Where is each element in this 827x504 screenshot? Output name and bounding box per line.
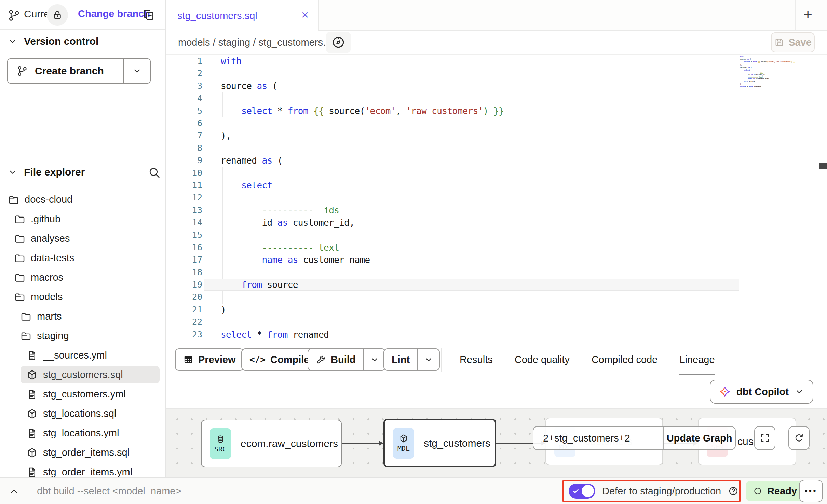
file-tree-item-.github[interactable]: .github [0, 209, 165, 229]
code-line-10[interactable]: 10 [166, 167, 827, 179]
tab-code-quality[interactable]: Code quality [515, 344, 570, 376]
code-line-8[interactable]: 8 [166, 142, 827, 154]
code-line-4[interactable]: 4 [166, 92, 827, 104]
code-line-7[interactable]: 7), [166, 129, 827, 142]
file-tree-item-data-tests[interactable]: data-tests [0, 248, 165, 268]
build-dropdown[interactable] [363, 349, 385, 370]
code-line-16[interactable]: 16 ---------- text [166, 241, 827, 254]
change-branch-link[interactable]: Change branch [78, 8, 150, 19]
file-tree-item-analyses[interactable]: analyses [0, 229, 165, 248]
file-tree-item-marts[interactable]: marts [0, 307, 165, 326]
code-line-2[interactable]: 2 [166, 67, 827, 80]
version-control-section[interactable]: Version control [8, 36, 98, 47]
dbt-copilot-button[interactable]: dbt Copilot [710, 380, 813, 404]
code-text: source as ( [221, 80, 277, 92]
file-tree-item-label: analyses [31, 233, 70, 244]
code-line-17[interactable]: 17 name as customer_name [166, 254, 827, 266]
code-line-13[interactable]: 13 ---------- ids [166, 204, 827, 216]
lint-button[interactable]: Lint [383, 348, 440, 371]
build-button[interactable]: Build [308, 348, 386, 371]
line-number: 2 [166, 67, 202, 80]
code-line-23[interactable]: 23select * from renamed [166, 328, 827, 341]
breadcrumb: models / staging / stg_customers.sql [178, 31, 338, 54]
code-line-22[interactable]: 22 [166, 316, 827, 328]
file-tree-item-staging[interactable]: staging [0, 326, 165, 346]
line-number: 15 [166, 229, 202, 241]
defer-highlight-box: Defer to staging/production [562, 480, 741, 502]
lint-dropdown[interactable] [417, 349, 439, 370]
file-tree-item-__sources.yml[interactable]: __sources.yml [0, 346, 165, 365]
code-line-19[interactable]: 19 from source [166, 279, 827, 291]
file-tree-item-stg_order_items.sql[interactable]: stg_order_items.sql [0, 443, 165, 462]
line-number: 21 [166, 304, 202, 316]
lineage-canvas[interactable]: SRC ecom.raw_customers MDL stg_customers… [166, 408, 827, 477]
tab-results[interactable]: Results [460, 344, 493, 376]
lint-label: Lint [392, 354, 410, 365]
compile-button[interactable]: </> Compile [241, 348, 317, 371]
file-tree-item-label: .github [31, 213, 60, 225]
model-icon [26, 369, 38, 381]
code-line-1[interactable]: 1with [166, 55, 827, 67]
file-tree-item-label: staging [37, 330, 69, 341]
code-line-5[interactable]: 5 select * from {{ source('ecom', 'raw_c… [166, 105, 827, 117]
tab-compiled-code[interactable]: Compiled code [592, 344, 657, 376]
lineage-node-stg-customers[interactable]: MDL stg_customers [383, 419, 496, 467]
tab-stg-customers-sql[interactable]: stg_customers.sql × [166, 0, 319, 31]
code-line-6[interactable]: 6 [166, 117, 827, 129]
editor-scrollbar-thumb[interactable] [819, 163, 827, 169]
tab-lineage[interactable]: Lineage [679, 344, 715, 376]
chevron-up-icon[interactable] [8, 485, 21, 498]
line-number: 3 [166, 80, 202, 92]
folder-icon [14, 213, 26, 225]
create-branch-main[interactable]: Create branch [8, 59, 124, 83]
copy-icon[interactable] [142, 8, 155, 22]
lineage-selector-input[interactable]: 2+stg_customers+2 [543, 427, 630, 449]
defer-toggle[interactable] [569, 484, 595, 499]
code-line-9[interactable]: 9renamed as ( [166, 154, 827, 167]
code-lines[interactable]: 1with23source as (45 select * from {{ so… [166, 55, 827, 341]
close-icon[interactable]: × [301, 7, 309, 23]
ide-action-button[interactable] [326, 32, 351, 53]
status-bar: dbt build --select <model_name> Defer to… [0, 477, 827, 504]
code-line-14[interactable]: 14 id as customer_id, [166, 216, 827, 229]
file-tree-item-macros[interactable]: macros [0, 268, 165, 287]
code-line-21[interactable]: 21) [166, 304, 827, 316]
file-tree-item-stg_customers.yml[interactable]: stg_customers.yml [0, 384, 165, 404]
file-tree-item-stg_locations.yml[interactable]: stg_locations.yml [0, 423, 165, 443]
preview-button[interactable]: Preview [175, 348, 244, 371]
tab-title: stg_customers.sql [177, 10, 257, 22]
file-tree-item-docs-cloud[interactable]: docs-cloud [0, 190, 165, 209]
refresh-button[interactable] [788, 426, 810, 450]
minimap[interactable]: withsource as ( select * from {{ source(… [740, 56, 808, 87]
code-line-18[interactable]: 18 [166, 266, 827, 279]
file-tree-item-label: macros [31, 272, 63, 283]
create-branch-button[interactable]: Create branch [7, 58, 151, 84]
file-tree-item-stg_locations.sql[interactable]: stg_locations.sql [0, 404, 165, 423]
code-line-3[interactable]: 3source as ( [166, 80, 827, 92]
refresh-icon [794, 433, 804, 444]
code-line-11[interactable]: 11 select [166, 179, 827, 192]
code-line-20[interactable]: 20 [166, 291, 827, 303]
create-branch-dropdown[interactable] [124, 59, 150, 83]
update-graph-button[interactable]: Update Graph [664, 427, 735, 449]
lineage-node-source[interactable]: SRC ecom.raw_customers [201, 420, 342, 467]
create-branch-label: Create branch [35, 65, 104, 77]
toolbar-divider [441, 348, 442, 372]
file-tree-item-models[interactable]: models [0, 287, 165, 307]
help-icon[interactable] [728, 486, 739, 496]
code-text: name as customer_name [221, 254, 370, 266]
dbt-cloud-ide: + stg_customers.sql × models / staging /… [0, 0, 827, 504]
file-explorer-section[interactable]: File explorer [8, 166, 85, 178]
floppy-icon [774, 37, 784, 47]
code-line-15[interactable]: 15 [166, 229, 827, 241]
fullscreen-button[interactable] [754, 426, 775, 450]
kebab-menu-button[interactable]: ••• [799, 480, 823, 502]
code-editor[interactable]: 1with23source as (45 select * from {{ so… [166, 55, 827, 344]
save-button[interactable]: Save [771, 32, 815, 52]
search-icon[interactable] [148, 166, 161, 179]
code-line-12[interactable]: 12 [166, 192, 827, 204]
file-icon [26, 428, 38, 439]
new-tab-button[interactable]: + [798, 5, 817, 24]
command-input[interactable]: dbt build --select <model_name> [37, 478, 181, 504]
file-tree-item-stg_customers.sql[interactable]: stg_customers.sql [0, 365, 165, 384]
